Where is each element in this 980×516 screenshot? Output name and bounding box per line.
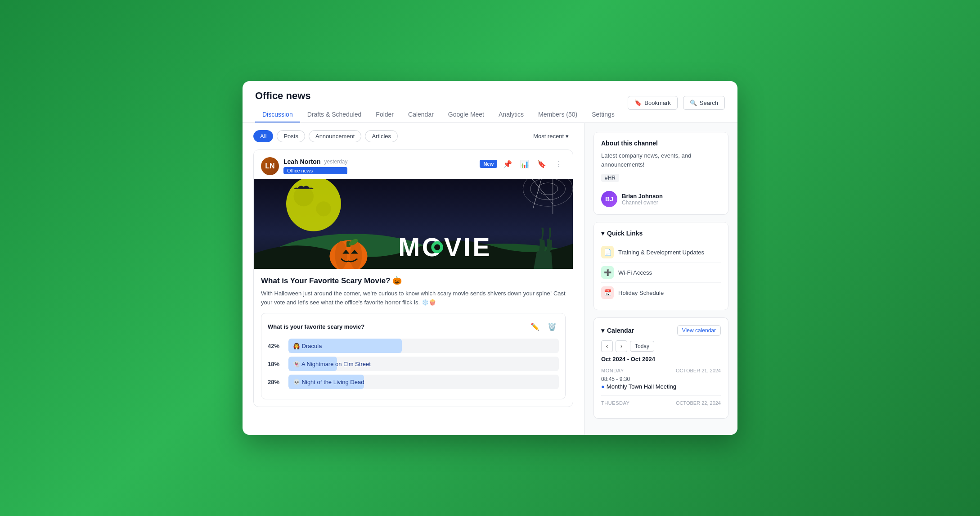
cal-day-header: THUESDAY OCTOBER 22, 2024: [601, 400, 721, 406]
chevron-down-icon: ▾: [566, 133, 569, 140]
post-body: What is Your Favorite Scary Movie? 🎃 Wit…: [254, 269, 573, 407]
poll-bar-wrap: 💀 Night of the Living Dead: [288, 375, 559, 389]
quick-link-icon: 📄: [601, 246, 614, 258]
quick-link-item[interactable]: ➕ Wi-Fi Access: [601, 263, 721, 283]
filter-chips: AllPostsAnnouncementArticles: [253, 130, 398, 142]
more-options-button[interactable]: ⋮: [552, 157, 566, 171]
channel-tag: Office news: [283, 167, 347, 174]
view-calendar-button[interactable]: View calendar: [677, 325, 721, 336]
poll-bar-label: 💀 Night of the Living Dead: [293, 379, 364, 385]
poll-pct: 18%: [268, 361, 284, 367]
author-name: Leah Norton: [283, 158, 320, 165]
channel-hashtag: #HR: [601, 174, 619, 182]
bookmark-post-button[interactable]: 🔖: [535, 157, 548, 171]
collapse-icon: ▾: [601, 230, 604, 237]
new-badge: New: [480, 160, 497, 168]
quick-link-label: Holiday Schedule: [618, 290, 664, 296]
sort-label: Most recent: [533, 133, 564, 140]
calendar-prev-button[interactable]: ‹: [601, 340, 613, 352]
post-text: With Halloween just around the corner, w…: [261, 289, 566, 307]
quick-link-item[interactable]: 📅 Holiday Schedule: [601, 283, 721, 303]
poll-options: 42% 🧛 Dracula 18% 👻 A Nightmare on Elm S…: [268, 339, 559, 389]
svg-point-3: [316, 201, 331, 216]
nav-tab-drafts-&-scheduled[interactable]: Drafts & Scheduled: [300, 107, 369, 122]
calendar-title-row: ▾ Calendar: [601, 327, 634, 334]
quick-link-item[interactable]: 📄 Training & Development Updates: [601, 242, 721, 263]
pin-button[interactable]: 📌: [501, 157, 514, 171]
nav-tab-discussion[interactable]: Discussion: [255, 107, 300, 122]
quick-links-title: Quick Links: [607, 230, 643, 237]
poll-option[interactable]: 28% 💀 Night of the Living Dead: [268, 375, 559, 389]
avatar-image: LN: [261, 157, 279, 175]
nav-tab-calendar[interactable]: Calendar: [401, 107, 441, 122]
calendar-range: Oct 2024 - Oct 2024: [601, 356, 721, 362]
filter-chip-announcement[interactable]: Announcement: [309, 130, 361, 142]
sidebar: About this channel Latest company news, …: [584, 123, 737, 435]
header-left: Office news DiscussionDrafts & Scheduled…: [255, 90, 622, 122]
main-content: AllPostsAnnouncementArticles Most recent…: [243, 123, 737, 435]
channel-description: Latest company news, events, and announc…: [601, 151, 721, 169]
cal-day-name: MONDAY: [601, 368, 624, 373]
cal-event[interactable]: 08:45 - 9:30 ●Monthly Town Hall Meeting: [601, 376, 721, 390]
search-label: Search: [700, 100, 718, 106]
calendar-events: MONDAY OCTOBER 21, 2024 08:45 - 9:30 ●Mo…: [601, 368, 721, 406]
poll-option[interactable]: 18% 👻 A Nightmare on Elm Street: [268, 357, 559, 371]
edit-poll-button[interactable]: ✏️: [528, 320, 542, 333]
poll-icons: ✏️ 🗑️: [528, 320, 559, 333]
sort-button[interactable]: Most recent ▾: [529, 131, 573, 142]
bookmark-label: Bookmark: [644, 100, 671, 106]
quick-link-icon: ➕: [601, 266, 614, 279]
quick-links-header[interactable]: ▾ Quick Links: [601, 230, 721, 237]
cal-event-title: ●Monthly Town Hall Meeting: [601, 383, 721, 390]
poll-pct: 28%: [268, 379, 284, 385]
post-author: LN Leah Norton yesterday Office news: [261, 157, 347, 175]
calendar-next-button[interactable]: ›: [616, 340, 627, 352]
svg-point-2: [294, 186, 314, 206]
delete-poll-button[interactable]: 🗑️: [545, 320, 559, 333]
author-info: Leah Norton yesterday Office news: [283, 158, 347, 174]
halloween-svg: MOVIE: [254, 179, 573, 269]
poll-container: What is your favorite scary movie? ✏️ 🗑️…: [261, 313, 566, 399]
today-button[interactable]: Today: [630, 341, 654, 352]
owner-initials: BJ: [605, 195, 613, 203]
search-button[interactable]: 🔍 Search: [683, 96, 725, 110]
header: Office news DiscussionDrafts & Scheduled…: [243, 81, 737, 123]
nav-tab-folder[interactable]: Folder: [369, 107, 401, 122]
nav-tab-analytics[interactable]: Analytics: [491, 107, 531, 122]
author-name-row: Leah Norton yesterday: [283, 158, 347, 165]
post-title: What is Your Favorite Scary Movie? 🎃: [261, 276, 566, 285]
owner-row: BJ Brian Johnson Channel owner: [601, 191, 721, 207]
nav-tab-members-(50)[interactable]: Members (50): [531, 107, 584, 122]
page-title: Office news: [255, 90, 622, 102]
filter-chip-posts[interactable]: Posts: [277, 130, 305, 142]
svg-point-7: [335, 241, 347, 269]
post-actions: New 📌 📊 🔖 ⋮: [480, 157, 566, 171]
post-header: LN Leah Norton yesterday Office news New: [254, 150, 573, 179]
poll-bar-label: 🧛 Dracula: [293, 343, 322, 349]
analytics-button[interactable]: 📊: [518, 157, 531, 171]
filter-bar: AllPostsAnnouncementArticles Most recent…: [253, 130, 573, 142]
quick-link-label: Training & Development Updates: [618, 249, 704, 256]
post-time: yesterday: [324, 158, 347, 165]
filter-chip-all[interactable]: All: [253, 130, 273, 142]
search-icon: 🔍: [690, 100, 697, 106]
avatar: LN: [261, 157, 279, 175]
filter-chip-articles[interactable]: Articles: [365, 130, 398, 142]
calendar-nav: ‹ › Today: [601, 340, 721, 352]
cal-day-section: THUESDAY OCTOBER 22, 2024: [601, 395, 721, 406]
quick-link-icon: 📅: [601, 286, 614, 299]
quick-links-section: ▾ Quick Links 📄 Training & Development U…: [593, 222, 728, 310]
bookmark-button[interactable]: 🔖 Bookmark: [628, 96, 678, 110]
nav-tab-google-meet[interactable]: Google Meet: [441, 107, 491, 122]
cal-day-date: OCTOBER 21, 2024: [676, 368, 721, 373]
nav-tab-settings[interactable]: Settings: [584, 107, 622, 122]
owner-info: Brian Johnson Channel owner: [622, 193, 663, 206]
cal-event-time: 08:45 - 9:30: [601, 376, 721, 382]
poll-bar-label: 👻 A Nightmare on Elm Street: [293, 361, 371, 367]
nav-tabs: DiscussionDrafts & ScheduledFolderCalend…: [255, 107, 622, 122]
poll-option[interactable]: 42% 🧛 Dracula: [268, 339, 559, 353]
svg-point-15: [434, 244, 440, 250]
poll-bar-wrap: 🧛 Dracula: [288, 339, 559, 353]
post-card: LN Leah Norton yesterday Office news New: [253, 149, 573, 407]
app-container: Office news DiscussionDrafts & Scheduled…: [243, 81, 737, 435]
